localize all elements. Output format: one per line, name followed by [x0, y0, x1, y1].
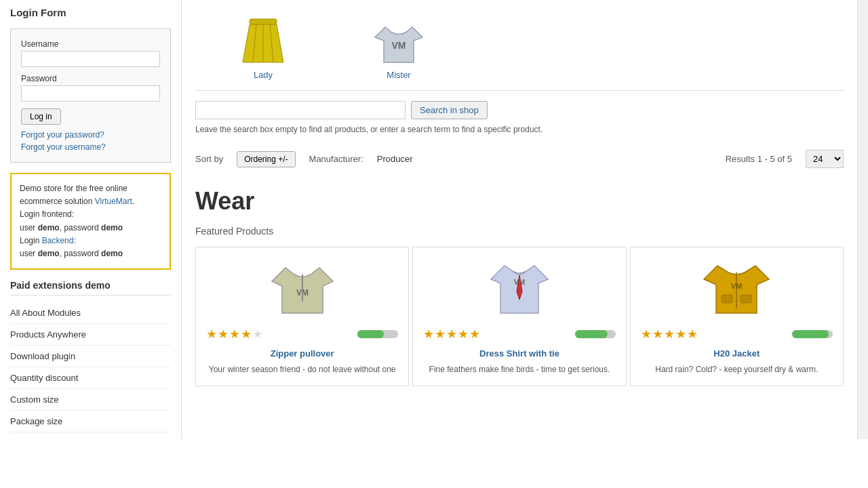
demo-password-label: password — [64, 223, 98, 232]
sidebar-menu: All About ModulesProducts AnywhereDownlo… — [10, 302, 171, 432]
stars-0: ★★★★★ — [206, 327, 264, 342]
mister-icon: VM — [372, 14, 426, 70]
price-bar-0 — [357, 330, 398, 338]
svg-rect-9 — [741, 295, 751, 303]
product-card-0: VM ★★★★★ Zipper pullover Your winter sea… — [195, 247, 409, 386]
svg-rect-8 — [722, 295, 732, 303]
manufacturer-label: Manufacturer: — [309, 154, 363, 164]
price-slider-1 — [575, 330, 616, 338]
price-fill-0 — [357, 330, 384, 338]
search-hint: Leave the search box empty to find all p… — [195, 125, 844, 134]
backend-link[interactable]: Backend — [42, 236, 74, 245]
price-slider-2 — [792, 330, 833, 338]
search-bar: Search in shop — [195, 101, 844, 119]
demo-user2: demo — [38, 249, 60, 258]
product-grid: VM ★★★★★ Zipper pullover Your winter sea… — [195, 247, 844, 386]
demo-login-frontend-label: Login frontend: — [20, 209, 74, 219]
sidebar-menu-item-5[interactable]: Package size — [10, 411, 171, 432]
demo-info-box: Demo store for the free online ecommerce… — [10, 173, 171, 270]
svg-text:VM: VM — [514, 278, 526, 286]
stars-2: ★★★★★ — [641, 327, 698, 342]
scrollbar[interactable] — [857, 0, 868, 439]
price-bar-2 — [792, 330, 833, 338]
per-page-select[interactable]: 24 50 100 — [806, 150, 844, 168]
login-form-title: Login Form — [10, 7, 171, 22]
sidebar: Login Form Username Password Log in Forg… — [0, 0, 182, 439]
demo-user: demo — [38, 223, 60, 232]
manufacturer-value: Producer — [377, 154, 413, 164]
category-lady[interactable]: Lady — [195, 7, 331, 90]
svg-rect-0 — [250, 19, 277, 24]
demo-pass2: demo — [101, 249, 123, 258]
price-fill-1 — [575, 330, 608, 338]
svg-text:VM: VM — [731, 282, 743, 290]
category-lady-label: Lady — [236, 70, 290, 80]
forgot-username-link[interactable]: Forgot your username? — [21, 142, 160, 152]
star-bar-1: ★★★★★ — [423, 327, 615, 342]
login-links: Forgot your password? Forgot your userna… — [21, 130, 160, 152]
category-mister[interactable]: VM Mister — [331, 7, 467, 90]
svg-text:VM: VM — [392, 40, 406, 51]
sidebar-menu-item-3[interactable]: Quantity discount — [10, 367, 171, 389]
product-name-2[interactable]: H20 Jacket — [641, 348, 833, 359]
filter-bar: Sort by Ordering +/- Manufacturer: Produ… — [195, 144, 844, 174]
product-icon-0: VM — [269, 258, 336, 319]
sidebar-menu-item-0[interactable]: All About Modules — [10, 302, 171, 324]
product-desc-0: Your winter season friend - do not leave… — [206, 364, 398, 375]
demo-text-2: . — [132, 197, 134, 206]
paid-extensions-title: Paid extensions demo — [10, 280, 171, 296]
category-lady-link[interactable]: Lady — [236, 14, 290, 80]
product-desc-1: Fine feathers make fine birds - time to … — [423, 364, 615, 375]
price-fill-2 — [792, 330, 829, 338]
category-title: Wear — [195, 187, 844, 216]
ordering-button[interactable]: Ordering +/- — [237, 151, 295, 167]
product-name-1[interactable]: Dress Shirt with tie — [423, 348, 615, 359]
login-button[interactable]: Log in — [21, 108, 61, 125]
featured-products-title: Featured Products — [195, 226, 844, 237]
password-input[interactable] — [21, 85, 160, 102]
virtuemart-link[interactable]: VirtueMart — [95, 197, 132, 206]
stars-1: ★★★★★ — [423, 327, 481, 342]
lady-icon — [236, 14, 290, 70]
username-label: Username — [21, 39, 160, 49]
price-slider-0 — [357, 330, 398, 338]
results-count: Results 1 - 5 of 5 — [726, 154, 792, 164]
product-name-0[interactable]: Zipper pullover — [206, 348, 398, 359]
sort-by-label: Sort by — [195, 154, 223, 164]
search-button[interactable]: Search in shop — [411, 101, 488, 119]
forgot-password-link[interactable]: Forgot your password? — [21, 130, 160, 140]
product-card-2: VM ★★★★★ H20 Jacket Hard rain? Cold? - k… — [630, 247, 844, 386]
product-desc-2: Hard rain? Cold? - keep yourself dry & w… — [641, 364, 833, 375]
product-icon-2: VM — [703, 258, 770, 319]
product-card-1: VM ★★★★★ Dress Shirt with tie Fine feath… — [412, 247, 626, 386]
password-label: Password — [21, 74, 160, 83]
star-bar-2: ★★★★★ — [641, 327, 833, 342]
product-icon-1: VM — [486, 258, 553, 319]
login-box: Username Password Log in Forgot your pas… — [10, 28, 171, 163]
demo-login-backend-label: Login — [20, 236, 42, 245]
sidebar-menu-item-4[interactable]: Custom size — [10, 389, 171, 411]
demo-password: demo — [101, 223, 123, 232]
sidebar-menu-item-1[interactable]: Products Anywhere — [10, 324, 171, 346]
main-content: Lady VM Mister Search in shop — [182, 0, 857, 439]
search-input[interactable] — [195, 101, 406, 119]
username-input[interactable] — [21, 51, 160, 67]
sidebar-menu-item-2[interactable]: Download plugin — [10, 346, 171, 367]
star-bar-0: ★★★★★ — [206, 327, 398, 342]
category-grid: Lady VM Mister — [195, 7, 844, 91]
price-bar-1 — [575, 330, 616, 338]
demo-backend-colon: : — [73, 236, 75, 245]
category-mister-link[interactable]: VM Mister — [372, 14, 426, 80]
category-mister-label: Mister — [372, 70, 426, 80]
